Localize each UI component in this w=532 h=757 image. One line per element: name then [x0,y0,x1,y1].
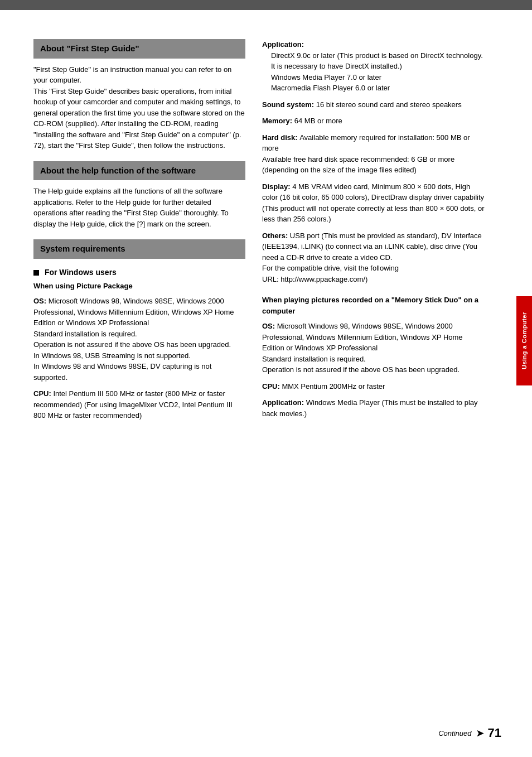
application-entry: Application: DirectX 9.0c or later (This… [262,39,485,94]
help-function-section: About the help function of the software … [33,161,245,230]
hard-disk-label: Hard disk: [262,133,299,142]
sound-system-entry: Sound system: 16 bit stereo sound card a… [262,99,485,110]
application-label: Application: [262,40,304,49]
left-column: About "First Step Guide" "First Step Gui… [33,39,245,718]
help-function-header: About the help function of the software [33,161,245,181]
first-step-guide-body: "First Step Guide" is an instruction man… [33,64,245,151]
display-text: 4 MB VRAM video card, Minimum 800 × 600 … [262,182,485,224]
os-text-left-content: Microsoft Windows 98, Windows 98SE, Wind… [33,297,234,382]
application-label-right: Application: [262,398,306,407]
first-step-guide-header: About "First Step Guide" [33,39,245,59]
sound-system-label: Sound system: [262,100,316,109]
help-function-body: The Help guide explains all the function… [33,186,245,229]
arrow-icon: ➤ [476,728,483,739]
cpu-text-left: Intel Pentium III 500 MHz or faster (800… [33,389,233,420]
cpu-label-left: CPU: [33,389,53,398]
others-label: Others: [262,232,290,240]
os-entry-left: OS: Microsoft Windows 98, Windows 98SE, … [33,296,245,383]
application-text: DirectX 9.0c or later (This product is b… [262,50,485,94]
page-number: 71 [488,726,501,740]
sound-system-text: 16 bit stereo sound card and stereo spea… [316,100,462,109]
page-footer: Continued ➤ 71 [438,726,501,740]
windows-title-label: For Windows users [45,268,117,277]
os-text-right: Microsoft Windows 98, Windows 98SE, Wind… [262,322,463,374]
os-label-left: OS: [33,297,49,305]
others-entry: Others: USB port (This must be provided … [262,230,485,285]
os-entry-right: OS: Microsoft Windows 98, Windows 98SE, … [262,321,485,375]
windows-title: For Windows users [33,267,245,278]
system-req-header: System requirements [33,239,245,259]
memory-label: Memory: [262,117,294,125]
memory-stick-title: When playing pictures recorded on a "Mem… [262,295,485,316]
right-column: Application: DirectX 9.0c or later (This… [262,39,504,718]
memory-entry: Memory: 64 MB or more [262,115,485,127]
cpu-entry-right: CPU: MMX Pentium 200MHz or faster [262,381,485,392]
os-label-right: OS: [262,322,277,330]
others-text: USB port (This must be provided as stand… [262,232,482,283]
hard-disk-entry: Hard disk: Available memory required for… [262,132,485,176]
display-entry: Display: 4 MB VRAM video card, Minimum 8… [262,181,485,225]
application-entry-right: Application: Windows Media Player (This … [262,397,485,419]
continued-text: Continued [438,729,471,737]
memory-text: 64 MB or more [294,117,342,125]
bullet-icon [33,270,39,276]
first-step-guide-section: About "First Step Guide" "First Step Gui… [33,39,245,151]
cpu-entry-left: CPU: Intel Pentium III 500 MHz or faster… [33,388,245,421]
memory-stick-section: When playing pictures recorded on a "Mem… [262,295,485,419]
display-label: Display: [262,182,292,191]
side-tab-label: Using a Computer [521,312,528,369]
picture-package-title: When using Picture Package [33,281,245,292]
side-tab: Using a Computer [516,296,532,385]
cpu-text-right: MMX Pentium 200MHz or faster [282,382,385,390]
system-req-section: System requirements For Windows users Wh… [33,239,245,421]
cpu-label-right: CPU: [262,382,282,390]
